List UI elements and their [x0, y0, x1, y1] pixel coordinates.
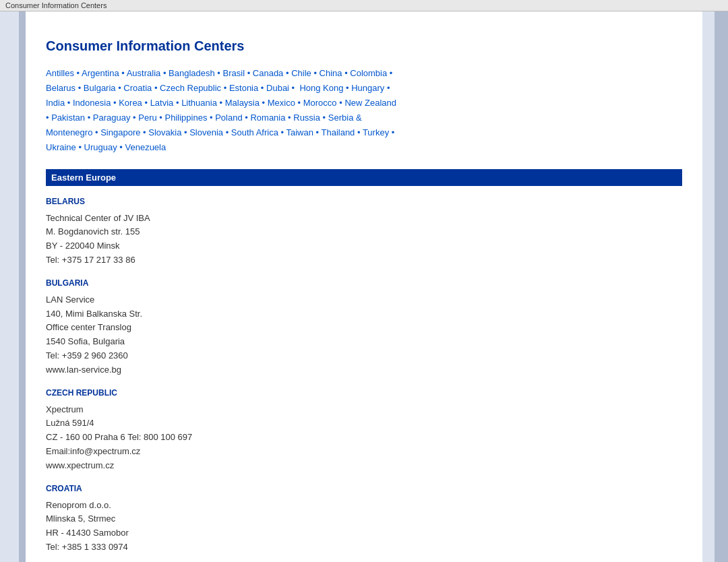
link-antilles[interactable]: Antilles: [46, 68, 74, 78]
link-philippines[interactable]: Philippines: [165, 113, 208, 123]
link-morocco[interactable]: Morocco: [303, 98, 337, 108]
country-info-bulgaria: LAN Service 140, Mimi Balkanska Str. Off…: [46, 293, 682, 377]
country-info-czech-republic: Xpectrum Lužná 591/4 CZ - 160 00 Praha 6…: [46, 403, 682, 473]
link-lithuania[interactable]: Lithuania: [181, 98, 217, 108]
link-argentina[interactable]: Argentina: [82, 68, 119, 78]
left-sidebar: [0, 11, 26, 562]
link-new-zealand[interactable]: New Zealand: [344, 98, 396, 108]
right-sidebar-inner1: [702, 11, 715, 562]
link-australia[interactable]: Australia: [127, 68, 161, 78]
link-czech-republic[interactable]: Czech Republic: [160, 83, 221, 93]
country-title-bulgaria: BULGARIA: [46, 278, 682, 288]
link-brasil[interactable]: Brasil: [223, 68, 245, 78]
link-uruguay[interactable]: Uruguay: [84, 142, 117, 152]
link-romania[interactable]: Romania: [250, 113, 285, 123]
link-thailand[interactable]: Thailand: [321, 127, 355, 137]
link-hungary[interactable]: Hungary: [351, 83, 384, 93]
link-slovenia[interactable]: Slovenia: [189, 127, 223, 137]
link-peru[interactable]: Peru: [138, 113, 156, 123]
country-title-croatia: CROATIA: [46, 484, 682, 493]
link-india[interactable]: India: [46, 98, 65, 108]
link-taiwan[interactable]: Taiwan: [286, 127, 313, 137]
country-title-czech-republic: CZECH REPUBLIC: [46, 388, 682, 398]
link-china[interactable]: China: [320, 68, 342, 78]
link-turkey[interactable]: Turkey: [363, 127, 389, 137]
main-content: Consumer Information Centers Antilles • …: [26, 11, 702, 562]
left-sidebar-inner: [0, 11, 19, 562]
link-bulgaria[interactable]: Bulgaria: [84, 83, 116, 93]
link-slovakia[interactable]: Slovakia: [148, 127, 181, 137]
link-colombia[interactable]: Colombia: [350, 68, 387, 78]
link-south-africa[interactable]: South Africa: [231, 127, 278, 137]
link-singapore[interactable]: Singapore: [100, 127, 140, 137]
link-bangladesh[interactable]: Bangladesh: [169, 68, 215, 78]
page-title: Consumer Information Centers: [46, 38, 682, 54]
link-malaysia[interactable]: Malaysia: [225, 98, 260, 108]
right-sidebar-inner2: [715, 11, 728, 562]
section-header: Eastern Europe: [46, 169, 682, 186]
link-canada[interactable]: Canada: [253, 68, 284, 78]
country-title-belarus: BELARUS: [46, 197, 682, 206]
country-info-belarus: Technical Center of JV IBA M. Bogdanovic…: [46, 212, 682, 268]
link-mexico[interactable]: Mexico: [268, 98, 295, 108]
link-estonia[interactable]: Estonia: [229, 83, 258, 93]
title-bar: Consumer Information Centers: [0, 0, 728, 11]
country-info-croatia: Renoprom d.o.o. Mlinska 5, Strmec HR - 4…: [46, 499, 682, 555]
link-hong-kong[interactable]: Hong Kong: [299, 83, 343, 93]
link-pakistan[interactable]: Pakistan: [51, 113, 85, 123]
countries-container: BELARUSTechnical Center of JV IBA M. Bog…: [46, 197, 682, 555]
link-russia[interactable]: Russia: [293, 113, 320, 123]
links-text: Antilles • Argentina • Australia • Bangl…: [46, 68, 396, 152]
link-croatia[interactable]: Croatia: [123, 83, 152, 93]
title-bar-text: Consumer Information Centers: [5, 1, 107, 9]
link-indonesia[interactable]: Indonesia: [73, 98, 111, 108]
link-belarus[interactable]: Belarus: [46, 83, 75, 93]
right-sidebar: [702, 11, 728, 562]
link-poland[interactable]: Poland: [215, 113, 242, 123]
links-section: Antilles • Argentina • Australia • Bangl…: [46, 66, 682, 156]
link-paraguay[interactable]: Paraguay: [93, 113, 131, 123]
link-korea[interactable]: Korea: [119, 98, 142, 108]
link-dubai[interactable]: Dubai: [266, 83, 289, 93]
link-latvia[interactable]: Latvia: [150, 98, 174, 108]
link-venezuela[interactable]: Venezuela: [125, 142, 166, 152]
link-chile[interactable]: Chile: [291, 68, 311, 78]
link-ukraine[interactable]: Ukraine: [46, 142, 76, 152]
